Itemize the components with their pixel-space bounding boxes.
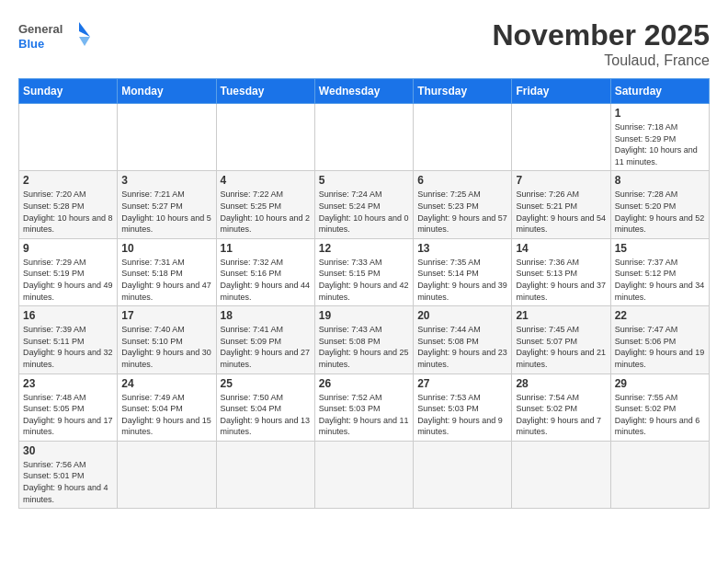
day-info: Sunrise: 7:25 AM Sunset: 5:23 PM Dayligh… [417, 189, 507, 235]
day-number: 29 [615, 377, 705, 390]
day-info: Sunrise: 7:48 AM Sunset: 5:05 PM Dayligh… [23, 392, 113, 438]
day-cell: 27Sunrise: 7:53 AM Sunset: 5:03 PM Dayli… [414, 373, 512, 441]
day-header-monday: Monday [118, 79, 216, 104]
day-info: Sunrise: 7:36 AM Sunset: 5:13 PM Dayligh… [516, 257, 606, 303]
day-cell: 4Sunrise: 7:22 AM Sunset: 5:25 PM Daylig… [216, 171, 314, 238]
day-info: Sunrise: 7:47 AM Sunset: 5:06 PM Dayligh… [615, 324, 705, 370]
day-cell: 14Sunrise: 7:36 AM Sunset: 5:13 PM Dayli… [512, 238, 610, 305]
day-headers-row: SundayMondayTuesdayWednesdayThursdayFrid… [19, 79, 710, 104]
svg-text:Blue: Blue [18, 37, 44, 51]
day-cell [414, 441, 512, 508]
day-number: 30 [23, 444, 113, 457]
day-info: Sunrise: 7:32 AM Sunset: 5:16 PM Dayligh… [221, 257, 311, 303]
day-info: Sunrise: 7:40 AM Sunset: 5:10 PM Dayligh… [121, 324, 211, 370]
day-cell [314, 441, 413, 508]
day-header-tuesday: Tuesday [216, 79, 314, 104]
day-cell: 24Sunrise: 7:49 AM Sunset: 5:04 PM Dayli… [118, 373, 216, 441]
day-info: Sunrise: 7:26 AM Sunset: 5:21 PM Dayligh… [516, 189, 606, 235]
day-cell: 2Sunrise: 7:20 AM Sunset: 5:28 PM Daylig… [19, 171, 118, 238]
day-cell: 30Sunrise: 7:56 AM Sunset: 5:01 PM Dayli… [19, 441, 118, 508]
day-number: 21 [516, 309, 606, 322]
svg-text:General: General [18, 22, 63, 36]
month-title: November 2025 [492, 18, 710, 52]
day-cell: 19Sunrise: 7:43 AM Sunset: 5:08 PM Dayli… [314, 306, 413, 373]
day-info: Sunrise: 7:28 AM Sunset: 5:20 PM Dayligh… [615, 189, 705, 235]
day-number: 12 [319, 242, 409, 255]
day-number: 4 [221, 174, 311, 187]
day-cell: 22Sunrise: 7:47 AM Sunset: 5:06 PM Dayli… [610, 306, 709, 373]
day-header-thursday: Thursday [414, 79, 512, 104]
day-cell: 6Sunrise: 7:25 AM Sunset: 5:23 PM Daylig… [414, 171, 512, 238]
day-header-wednesday: Wednesday [314, 79, 413, 104]
day-info: Sunrise: 7:53 AM Sunset: 5:03 PM Dayligh… [417, 392, 507, 438]
day-info: Sunrise: 7:29 AM Sunset: 5:19 PM Dayligh… [23, 257, 113, 303]
svg-marker-3 [79, 37, 90, 46]
day-cell: 13Sunrise: 7:35 AM Sunset: 5:14 PM Dayli… [414, 238, 512, 305]
day-cell [414, 104, 512, 171]
location: Toulaud, France [492, 52, 710, 69]
week-row-5: 23Sunrise: 7:48 AM Sunset: 5:05 PM Dayli… [19, 373, 710, 441]
day-info: Sunrise: 7:33 AM Sunset: 5:15 PM Dayligh… [319, 257, 409, 303]
day-cell: 28Sunrise: 7:54 AM Sunset: 5:02 PM Dayli… [512, 373, 610, 441]
day-header-friday: Friday [512, 79, 610, 104]
day-cell [610, 441, 709, 508]
page-header: General Blue November 2025 Toulaud, Fran… [18, 18, 710, 69]
day-cell: 16Sunrise: 7:39 AM Sunset: 5:11 PM Dayli… [19, 306, 118, 373]
day-cell: 3Sunrise: 7:21 AM Sunset: 5:27 PM Daylig… [118, 171, 216, 238]
day-number: 26 [319, 377, 409, 390]
day-cell: 7Sunrise: 7:26 AM Sunset: 5:21 PM Daylig… [512, 171, 610, 238]
week-row-2: 2Sunrise: 7:20 AM Sunset: 5:28 PM Daylig… [19, 171, 710, 238]
day-number: 19 [319, 309, 409, 322]
week-row-4: 16Sunrise: 7:39 AM Sunset: 5:11 PM Dayli… [19, 306, 710, 373]
day-number: 24 [121, 377, 211, 390]
day-header-saturday: Saturday [610, 79, 709, 104]
day-number: 5 [319, 174, 409, 187]
day-info: Sunrise: 7:39 AM Sunset: 5:11 PM Dayligh… [23, 324, 113, 370]
day-number: 18 [221, 309, 311, 322]
day-number: 22 [615, 309, 705, 322]
day-cell: 21Sunrise: 7:45 AM Sunset: 5:07 PM Dayli… [512, 306, 610, 373]
day-info: Sunrise: 7:31 AM Sunset: 5:18 PM Dayligh… [121, 257, 211, 303]
day-cell: 10Sunrise: 7:31 AM Sunset: 5:18 PM Dayli… [118, 238, 216, 305]
day-cell: 29Sunrise: 7:55 AM Sunset: 5:02 PM Dayli… [610, 373, 709, 441]
day-info: Sunrise: 7:56 AM Sunset: 5:01 PM Dayligh… [23, 459, 113, 505]
day-number: 6 [417, 174, 507, 187]
week-row-6: 30Sunrise: 7:56 AM Sunset: 5:01 PM Dayli… [19, 441, 710, 508]
day-cell: 17Sunrise: 7:40 AM Sunset: 5:10 PM Dayli… [118, 306, 216, 373]
day-cell: 8Sunrise: 7:28 AM Sunset: 5:20 PM Daylig… [610, 171, 709, 238]
day-number: 10 [121, 242, 211, 255]
day-cell [512, 104, 610, 171]
day-number: 7 [516, 174, 606, 187]
day-number: 13 [417, 242, 507, 255]
day-number: 14 [516, 242, 606, 255]
day-number: 16 [23, 309, 113, 322]
day-cell [314, 104, 413, 171]
day-number: 27 [417, 377, 507, 390]
day-info: Sunrise: 7:41 AM Sunset: 5:09 PM Dayligh… [221, 324, 311, 370]
svg-marker-2 [79, 22, 90, 37]
title-area: November 2025 Toulaud, France [492, 18, 710, 69]
day-cell: 15Sunrise: 7:37 AM Sunset: 5:12 PM Dayli… [610, 238, 709, 305]
day-number: 25 [221, 377, 311, 390]
day-info: Sunrise: 7:52 AM Sunset: 5:03 PM Dayligh… [319, 392, 409, 438]
day-cell: 26Sunrise: 7:52 AM Sunset: 5:03 PM Dayli… [314, 373, 413, 441]
day-number: 17 [121, 309, 211, 322]
day-info: Sunrise: 7:21 AM Sunset: 5:27 PM Dayligh… [121, 189, 211, 235]
day-number: 3 [121, 174, 211, 187]
day-info: Sunrise: 7:22 AM Sunset: 5:25 PM Dayligh… [221, 189, 311, 235]
day-cell: 23Sunrise: 7:48 AM Sunset: 5:05 PM Dayli… [19, 373, 118, 441]
day-header-sunday: Sunday [19, 79, 118, 104]
day-number: 20 [417, 309, 507, 322]
logo-svg: General Blue [18, 18, 92, 59]
day-number: 28 [516, 377, 606, 390]
week-row-1: 1Sunrise: 7:18 AM Sunset: 5:29 PM Daylig… [19, 104, 710, 171]
day-info: Sunrise: 7:54 AM Sunset: 5:02 PM Dayligh… [516, 392, 606, 438]
day-cell [118, 441, 216, 508]
day-cell [118, 104, 216, 171]
day-number: 9 [23, 242, 113, 255]
calendar-table: SundayMondayTuesdayWednesdayThursdayFrid… [18, 78, 710, 509]
day-info: Sunrise: 7:20 AM Sunset: 5:28 PM Dayligh… [23, 189, 113, 235]
day-cell: 5Sunrise: 7:24 AM Sunset: 5:24 PM Daylig… [314, 171, 413, 238]
day-cell [216, 441, 314, 508]
day-info: Sunrise: 7:55 AM Sunset: 5:02 PM Dayligh… [615, 392, 705, 438]
